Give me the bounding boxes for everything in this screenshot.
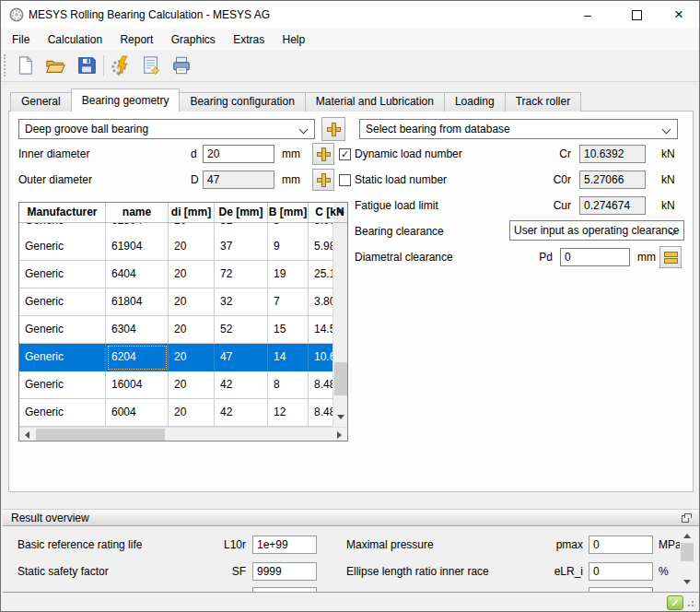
open-file-button[interactable]: [42, 53, 68, 79]
tab-bearing-configuration[interactable]: Bearing configuration: [179, 92, 305, 112]
table-row[interactable]: Generic 6404 20 72 19 25.194: [19, 261, 333, 288]
column-manufacturer[interactable]: Manufacturer: [19, 203, 106, 223]
scroll-left-icon[interactable]: [25, 431, 29, 439]
table-row[interactable]: Generic 6304 20 52 15 14.549: [19, 316, 333, 344]
add-bearing-type-button[interactable]: [321, 117, 345, 141]
outer-diameter-unit: mm: [282, 172, 300, 187]
table-row-clipped[interactable]: Generic 62804 20 32 8 3.0010: [19, 223, 333, 233]
menu-file[interactable]: File: [5, 29, 37, 51]
table-row[interactable]: Generic 61904 20 37 9 5.9863: [19, 233, 333, 261]
tab-material-and-lubrication[interactable]: Material and Lubrication: [305, 92, 445, 112]
outer-diameter-symbol: D: [191, 172, 199, 187]
table-row[interactable]: Generic 61804 20 32 7 3.8010: [19, 288, 333, 316]
close-icon: ×: [674, 6, 683, 23]
table-hscroll-thumb[interactable]: [36, 429, 165, 441]
clearance-options-button[interactable]: [659, 246, 682, 268]
toolbar-drag-handle[interactable]: [4, 54, 8, 76]
outer-diameter-input[interactable]: [203, 171, 274, 189]
checkmark-icon: ✓: [341, 148, 349, 159]
calculate-button[interactable]: [108, 53, 134, 79]
database-select[interactable]: Select bearing from database: [359, 119, 678, 139]
printer-icon: [171, 55, 192, 76]
fatigue-load-field[interactable]: [579, 196, 646, 215]
inner-diameter-symbol: d: [191, 147, 197, 161]
bearing-clearance-value: User input as operating clearance: [514, 224, 679, 237]
dynamic-load-symbol: Cr: [525, 147, 571, 161]
ellipse-ratio-inner-label: Ellipse length ratio inner race: [346, 564, 489, 579]
results-vertical-scrollbar[interactable]: [680, 526, 694, 592]
table-header-row: Manufacturer name di [mm] De [mm] B [mm]…: [19, 203, 333, 223]
menu-extras[interactable]: Extras: [226, 29, 272, 51]
column-b[interactable]: B [mm]: [268, 203, 309, 223]
bearing-clearance-label: Bearing clearance: [355, 224, 444, 239]
undock-panel-icon[interactable]: [682, 513, 690, 522]
tab-bar: General Bearing geometry Bearing configu…: [10, 88, 580, 112]
inner-diameter-label: Inner diameter: [18, 147, 89, 161]
static-load-field[interactable]: [579, 171, 646, 189]
inner-diameter-input[interactable]: [203, 145, 274, 163]
tab-loading[interactable]: Loading: [444, 92, 506, 112]
table-horizontal-scrollbar[interactable]: [19, 427, 347, 441]
maximize-button[interactable]: [615, 1, 658, 29]
outer-diameter-options-button[interactable]: [312, 169, 334, 191]
table-vscroll-thumb[interactable]: [334, 362, 347, 395]
print-button[interactable]: [169, 53, 194, 79]
result-overview-panel: Basic reference rating life L10r Maximal…: [3, 526, 699, 593]
inner-diameter-checkbox[interactable]: ✓: [339, 148, 351, 160]
table-row-selected[interactable]: Generic 6204 20 47 14 10.639: [19, 344, 333, 371]
scroll-right-icon[interactable]: [337, 431, 342, 439]
close-button[interactable]: ×: [658, 1, 700, 29]
result-overview-header[interactable]: Result overview: [3, 509, 699, 526]
app-bearing-icon: [9, 7, 24, 25]
tab-bearing-geometry[interactable]: Bearing geometry: [71, 88, 181, 112]
scroll-up-icon[interactable]: [683, 534, 691, 538]
tab-general[interactable]: General: [10, 92, 72, 112]
fatigue-load-unit: kN: [661, 198, 675, 213]
ellipse-ratio-inner-field[interactable]: [589, 562, 653, 581]
app-window: MESYS Rolling Bearing Calculation - MESY…: [0, 0, 700, 612]
column-c[interactable]: C [kN: [309, 203, 348, 223]
dynamic-load-field[interactable]: [579, 145, 646, 163]
chevron-down-icon: [662, 125, 671, 135]
check-icon: ✓: [671, 597, 679, 608]
save-floppy-icon: [76, 55, 97, 76]
results-vscroll-thumb[interactable]: [681, 543, 694, 561]
ellipse-ratio-inner-symbol: eLR_i: [537, 564, 583, 579]
fatigue-load-label: Fatigue load limit: [355, 198, 438, 213]
bearing-type-select[interactable]: Deep groove ball bearing: [18, 119, 315, 139]
new-document-icon: [15, 55, 35, 76]
column-de[interactable]: De [mm]: [215, 203, 268, 223]
table-vertical-scrollbar[interactable]: [332, 203, 348, 427]
minimize-button[interactable]: –: [566, 1, 609, 29]
bearing-type-value: Deep groove ball bearing: [25, 123, 148, 135]
chevron-down-icon: [299, 125, 309, 135]
report-button[interactable]: [138, 53, 164, 79]
bearing-clearance-select[interactable]: User input as operating clearance: [509, 220, 684, 241]
column-di[interactable]: di [mm]: [169, 203, 215, 223]
table-row[interactable]: Generic 16004 20 42 8 8.4859: [19, 371, 333, 399]
outer-diameter-checkbox[interactable]: [339, 174, 351, 186]
save-button[interactable]: [74, 53, 99, 79]
max-pressure-field[interactable]: [589, 536, 653, 554]
result-overview-title: Result overview: [11, 512, 89, 524]
calculation-ok-button[interactable]: ✓: [667, 595, 683, 610]
column-name[interactable]: name: [106, 203, 169, 223]
menu-report[interactable]: Report: [112, 29, 160, 51]
new-file-button[interactable]: [12, 53, 38, 79]
static-safety-field[interactable]: [252, 562, 317, 581]
scroll-down-icon[interactable]: [337, 415, 344, 419]
inner-diameter-options-button[interactable]: [312, 143, 334, 165]
menu-calculation[interactable]: Calculation: [41, 29, 110, 51]
rating-life-field[interactable]: [252, 536, 317, 554]
menu-help[interactable]: Help: [275, 29, 313, 51]
table-row[interactable]: Generic 6004 20 42 12 8.4859: [19, 399, 333, 427]
open-folder-icon: [45, 55, 65, 76]
status-bar: ✓: [1, 593, 699, 612]
dynamic-load-unit: kN: [661, 147, 675, 161]
static-load-symbol: C0r: [525, 172, 571, 187]
tab-track-roller[interactable]: Track roller: [505, 92, 582, 112]
diametral-clearance-input[interactable]: [560, 248, 630, 266]
menu-graphics[interactable]: Graphics: [164, 29, 223, 51]
scroll-down-icon[interactable]: [683, 580, 691, 584]
maximize-icon: [632, 10, 642, 20]
